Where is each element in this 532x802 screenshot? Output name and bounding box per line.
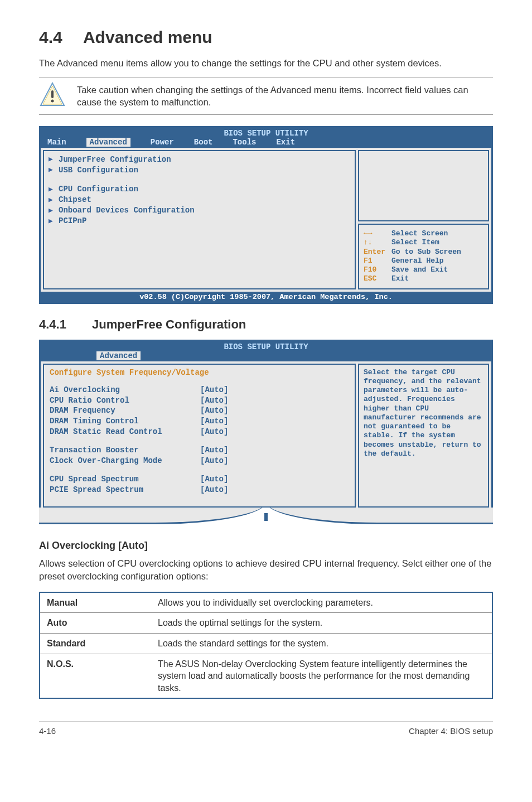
config-key: DRAM Timing Control bbox=[50, 416, 200, 427]
config-val: [Auto] bbox=[200, 485, 228, 495]
bios-tab-main: Main bbox=[47, 138, 66, 147]
section-number: 4.4 bbox=[39, 28, 62, 47]
bios-help-pane: Select the target CPU frequency, and the… bbox=[358, 364, 489, 508]
ai-overclocking-heading: Ai Overclocking [Auto] bbox=[39, 540, 493, 552]
caution-block: Take caution when changing the settings … bbox=[39, 78, 493, 115]
bios-screenshot-advanced-menu: BIOS SETUP UTILITY Main Advanced Power B… bbox=[39, 126, 493, 304]
bios-config-pane: Configure System Frequency/Voltage Ai Ov… bbox=[43, 364, 356, 508]
bios-item: PCIPnP bbox=[59, 216, 86, 226]
submenu-arrow-icon: ▶ bbox=[49, 165, 59, 175]
hint-text: Select Screen bbox=[391, 229, 448, 238]
option-key: Manual bbox=[40, 592, 151, 613]
caution-icon bbox=[39, 81, 66, 108]
config-val: [Auto] bbox=[200, 405, 228, 416]
bios-item: JumperFree Configuration bbox=[59, 154, 171, 165]
config-key: Transaction Booster bbox=[50, 445, 200, 456]
page-number: 4-16 bbox=[39, 726, 56, 736]
config-val: [Auto] bbox=[200, 456, 228, 466]
overclocking-options-table: Manual Allows you to individually set ov… bbox=[39, 592, 493, 699]
option-key: Auto bbox=[40, 613, 151, 634]
bios-tab-bar: Advanced bbox=[41, 351, 491, 361]
bios-tab-advanced: Advanced bbox=[96, 351, 141, 360]
submenu-arrow-icon: ▶ bbox=[49, 206, 59, 216]
submenu-arrow-icon: ▶ bbox=[49, 154, 59, 165]
hint-key: ↑↓ bbox=[364, 238, 391, 247]
hint-text: Exit bbox=[391, 274, 409, 283]
option-desc: Loads the optimal settings for the syste… bbox=[151, 613, 492, 634]
section-heading: 4.4 Advanced menu bbox=[39, 28, 493, 47]
config-key: Ai Overclocking bbox=[50, 385, 200, 395]
table-row: Standard Loads the standard settings for… bbox=[40, 634, 492, 654]
subsection-title: JumperFree Configuration bbox=[92, 317, 246, 331]
hint-text: General Help bbox=[391, 257, 444, 265]
config-val: [Auto] bbox=[200, 385, 228, 395]
bios-screenshot-jumperfree: BIOS SETUP UTILITY Advanced Configure Sy… bbox=[39, 340, 493, 508]
config-key: PCIE Spread Spectrum bbox=[50, 485, 200, 495]
bios-title: BIOS SETUP UTILITY bbox=[41, 341, 491, 351]
svg-rect-2 bbox=[51, 90, 54, 98]
caution-text: Take caution when changing the settings … bbox=[77, 81, 493, 109]
hint-key: ←→ bbox=[364, 229, 391, 238]
config-val: [Auto] bbox=[200, 427, 228, 437]
option-key: N.O.S. bbox=[40, 654, 151, 698]
submenu-arrow-icon: ▶ bbox=[49, 185, 59, 195]
config-key: CPU Ratio Control bbox=[50, 395, 200, 406]
submenu-arrow-icon: ▶ bbox=[49, 216, 59, 226]
bios-bottom-curve bbox=[39, 508, 493, 524]
svg-point-3 bbox=[51, 100, 54, 103]
table-row: N.O.S. The ASUS Non-delay Overclocking S… bbox=[40, 654, 492, 698]
hint-text: Select Item bbox=[391, 238, 439, 247]
config-key: CPU Spread Spectrum bbox=[50, 474, 200, 485]
bios-left-pane: ▶JumperFree Configuration ▶USB Configura… bbox=[43, 150, 356, 289]
subsection-number: 4.4.1 bbox=[39, 317, 66, 332]
bios-tab-boot: Boot bbox=[194, 138, 213, 147]
bios-item: Chipset bbox=[59, 195, 91, 205]
config-val: [Auto] bbox=[200, 474, 228, 485]
config-key: DRAM Static Read Control bbox=[50, 427, 200, 437]
hint-key: ESC bbox=[364, 274, 391, 283]
submenu-arrow-icon: ▶ bbox=[49, 195, 59, 205]
bios-item: CPU Configuration bbox=[59, 184, 138, 195]
bios-tab-exit: Exit bbox=[276, 138, 295, 147]
page-footer: 4-16 Chapter 4: BIOS setup bbox=[39, 721, 493, 736]
ai-overclocking-desc: Allows selection of CPU overclocking opt… bbox=[39, 557, 493, 583]
bios-tab-bar: Main Advanced Power Boot Tools Exit bbox=[41, 138, 491, 148]
config-key: DRAM Frequency bbox=[50, 405, 200, 416]
section-title-text: Advanced menu bbox=[83, 28, 212, 46]
chapter-label: Chapter 4: BIOS setup bbox=[409, 726, 493, 736]
bios-tab-tools: Tools bbox=[233, 138, 256, 147]
bios-tab-advanced: Advanced bbox=[86, 138, 130, 147]
option-desc: The ASUS Non-delay Overclocking System f… bbox=[151, 654, 492, 698]
bios-key-hints: ←→Select Screen ↑↓Select Item EnterGo to… bbox=[358, 224, 489, 289]
hint-key: F1 bbox=[364, 257, 391, 265]
config-val: [Auto] bbox=[200, 395, 228, 406]
table-row: Auto Loads the optimal settings for the … bbox=[40, 613, 492, 634]
option-key: Standard bbox=[40, 634, 151, 654]
bios-tab-power: Power bbox=[151, 138, 174, 147]
option-desc: Allows you to individually set overclock… bbox=[151, 592, 492, 613]
option-desc: Loads the standard settings for the syst… bbox=[151, 634, 492, 654]
bios-item: Onboard Devices Configuration bbox=[59, 205, 195, 216]
subsection-heading: 4.4.1 JumperFree Configuration bbox=[39, 317, 493, 332]
hint-key: Enter bbox=[364, 248, 391, 257]
hint-text: Go to Sub Screen bbox=[391, 248, 461, 256]
config-title: Configure System Frequency/Voltage bbox=[50, 368, 349, 377]
section-intro: The Advanced menu items allow you to cha… bbox=[39, 57, 493, 70]
table-row: Manual Allows you to individually set ov… bbox=[40, 592, 492, 613]
bios-right-empty-pane bbox=[358, 150, 489, 222]
bios-copyright-footer: v02.58 (C)Copyright 1985-2007, American … bbox=[41, 292, 491, 302]
config-val: [Auto] bbox=[200, 445, 228, 456]
config-val: [Auto] bbox=[200, 416, 228, 427]
bios-item: USB Configuration bbox=[59, 165, 138, 176]
config-key: Clock Over-Charging Mode bbox=[50, 456, 200, 466]
hint-text: Save and Exit bbox=[391, 265, 448, 274]
bios-title: BIOS SETUP UTILITY bbox=[41, 128, 491, 138]
hint-key: F10 bbox=[364, 265, 391, 274]
